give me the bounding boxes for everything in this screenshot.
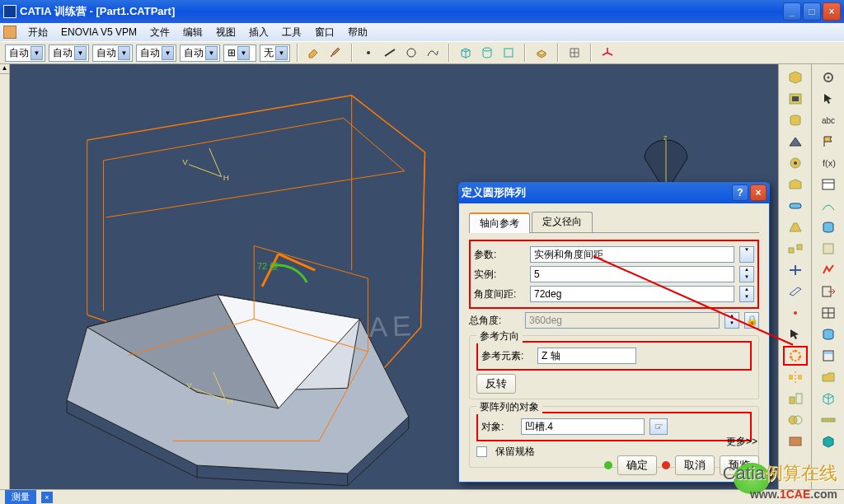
combo-point[interactable]: 自动▼ [136, 44, 176, 62]
menu-file[interactable]: 文件 [143, 24, 176, 41]
paint-icon[interactable] [305, 44, 323, 62]
maximize-button[interactable]: □ [803, 2, 821, 21]
ok-button[interactable]: 确定 [617, 455, 657, 475]
keep-spec-checkbox[interactable] [476, 446, 487, 457]
label-object: 对象: [481, 420, 516, 434]
grid-icon[interactable] [565, 44, 584, 62]
combo-layer[interactable]: ⊞▼ [223, 44, 256, 62]
menu-tools[interactable]: 工具 [275, 24, 308, 41]
more-button[interactable]: 更多>> [726, 435, 757, 449]
groove-icon[interactable] [783, 132, 808, 152]
dot-icon[interactable] [359, 44, 377, 62]
status-measure[interactable]: 测量 [5, 490, 36, 504]
svg-text:f(x): f(x) [823, 158, 836, 168]
multi-icon[interactable] [783, 239, 808, 259]
svg-point-2 [407, 49, 415, 57]
menu-start[interactable]: 开始 [21, 24, 54, 41]
table-icon[interactable] [816, 175, 841, 194]
input-params[interactable]: 实例和角度间距 [530, 246, 734, 263]
dialog-close-button[interactable]: × [750, 184, 767, 201]
close-button[interactable]: × [823, 2, 841, 21]
measure-icon[interactable] [816, 410, 841, 430]
cancel-button[interactable]: 取消 [675, 455, 715, 475]
gutter-up[interactable]: ▲ [0, 64, 9, 74]
plane-icon[interactable] [783, 282, 808, 301]
db2-icon[interactable] [816, 324, 841, 344]
assembly-icon[interactable] [532, 44, 551, 62]
combo-color[interactable]: 自动▼ [5, 44, 45, 62]
db-icon[interactable] [816, 217, 841, 237]
law-icon[interactable] [816, 196, 841, 216]
menu-help[interactable]: 帮助 [341, 24, 374, 41]
input-angle-spacing[interactable]: 72deg [530, 286, 734, 302]
menu-enovia[interactable]: ENOVIA V5 VPM [54, 25, 143, 40]
mirror-pattern-icon[interactable] [783, 367, 808, 387]
exit-icon[interactable] [816, 282, 841, 301]
box-icon[interactable] [457, 44, 475, 62]
menu-window[interactable]: 窗口 [308, 24, 341, 41]
slot-icon[interactable] [783, 196, 808, 216]
pocket-icon[interactable] [783, 89, 808, 109]
abc-icon[interactable]: abc [816, 110, 841, 130]
select-icon[interactable] [816, 89, 841, 109]
cube-icon[interactable] [816, 389, 841, 408]
cut-icon[interactable] [783, 260, 808, 280]
menu-edit[interactable]: 编辑 [176, 24, 209, 41]
tab-axial[interactable]: 轴向参考 [469, 212, 530, 233]
hole-icon[interactable] [783, 153, 808, 173]
params-dropdown[interactable]: ▼ [739, 246, 754, 263]
menubar: 开始 ENOVIA V5 VPM 文件 编辑 视图 插入 工具 窗口 帮助 [0, 23, 844, 41]
settings-icon[interactable] [816, 68, 841, 87]
input-ref-elem[interactable]: Z 轴 [537, 348, 636, 364]
svg-point-29 [794, 350, 796, 352]
dialog-titlebar[interactable]: 定义圆形阵列 ? × [458, 182, 770, 203]
flag-icon[interactable] [816, 132, 841, 152]
combo-transparency[interactable]: 无▼ [260, 44, 290, 62]
folder-icon[interactable] [816, 367, 841, 387]
stiffener-icon[interactable] [783, 217, 808, 237]
object-picker-icon[interactable]: ☞ [649, 418, 668, 435]
circular-pattern-icon[interactable] [783, 346, 808, 366]
svg-rect-35 [796, 394, 802, 404]
point-icon[interactable] [783, 303, 808, 323]
formula-icon[interactable]: f(x) [816, 153, 841, 173]
watermark-url: www.1CAE.com [750, 488, 837, 501]
label-params: 参数: [474, 248, 525, 262]
calc-icon[interactable] [816, 346, 841, 366]
input-object[interactable]: 凹槽.4 [521, 418, 645, 435]
circle-icon[interactable] [402, 44, 420, 62]
spline-icon[interactable] [424, 44, 442, 62]
axis-icon[interactable] [598, 44, 617, 62]
status-close[interactable]: × [41, 492, 53, 503]
pad-icon[interactable] [783, 68, 808, 87]
tab-crown[interactable]: 定义径向 [532, 212, 593, 232]
combo-render[interactable]: 自动▼ [180, 44, 220, 62]
menu-view[interactable]: 视图 [209, 24, 242, 41]
shaft-icon[interactable] [783, 110, 808, 130]
face-icon[interactable] [499, 44, 518, 62]
scale-icon[interactable] [783, 389, 808, 408]
angle-spacing-spinner[interactable]: ▲▼ [739, 286, 754, 302]
svg-rect-46 [823, 244, 833, 254]
reverse-button[interactable]: 反转 [476, 374, 516, 394]
svg-rect-20 [792, 96, 799, 101]
line-icon[interactable] [381, 44, 399, 62]
catalog-icon[interactable] [816, 239, 841, 259]
sketch-grid-icon[interactable] [816, 303, 841, 323]
brush-icon[interactable] [326, 44, 345, 62]
menu-insert[interactable]: 插入 [242, 24, 275, 41]
hilite-object: 对象: 凹槽.4 ☞ [476, 412, 752, 441]
material-icon[interactable] [783, 432, 808, 451]
combo-linetype[interactable]: 自动▼ [92, 44, 133, 62]
sketch-icon[interactable] [816, 260, 841, 280]
instances-spinner[interactable]: ▲▼ [739, 266, 754, 282]
cancel-dot-icon [662, 461, 670, 469]
cube2-icon[interactable] [816, 432, 841, 451]
label-instances: 实例: [474, 268, 525, 282]
cyl-icon[interactable] [478, 44, 496, 62]
rib-icon[interactable] [783, 175, 808, 194]
dialog-help-button[interactable]: ? [732, 184, 748, 201]
bool-icon[interactable] [783, 410, 808, 430]
minimize-button[interactable]: _ [783, 2, 801, 21]
combo-weight[interactable]: 自动▼ [49, 44, 89, 62]
